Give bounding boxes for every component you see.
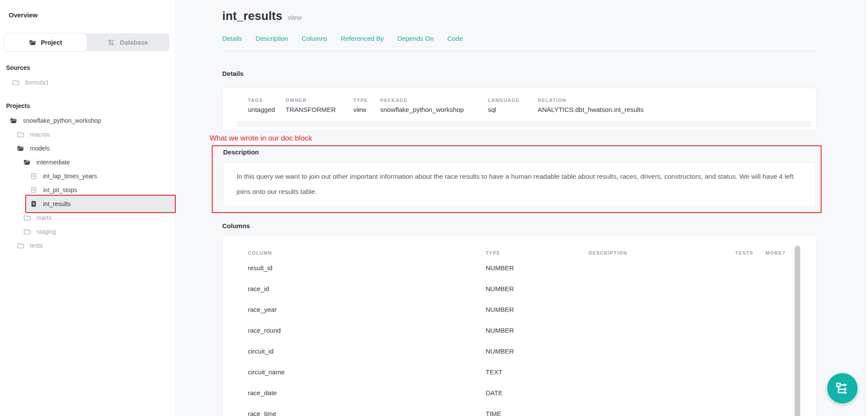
details-collapsed-row[interactable] [237,121,811,127]
table-scrollbar-thumb[interactable] [795,246,800,416]
columns-section-heading: Columns [222,222,817,229]
detail-field-relation: RELATION ANALYTICS.dbt_hwatson.int_resul… [538,98,644,113]
tree-item-label: snowflake_python_workshop [23,117,101,124]
folder-closed-icon [17,242,24,249]
file-filled-icon [30,200,37,207]
tree-item-label: staging [36,228,56,235]
tab-description[interactable]: Description [256,35,288,42]
toggle-database-tab[interactable]: Database [87,33,169,51]
tab-referenced-by[interactable]: Referenced By [341,35,384,42]
folder-closed-icon [23,228,31,235]
tree-item-label: macros [30,131,50,138]
view-mode-toggle: Project Database [4,33,169,51]
folder-closed-icon [23,214,31,221]
tree-item-label: models [30,145,49,152]
tree-item-label: int_lap_times_years [43,173,97,180]
tree-item-label: int_results [43,200,71,207]
table-row-race-date[interactable]: race_date DATE [237,382,801,403]
col-header-description: DESCRIPTION [589,250,735,255]
tab-columns[interactable]: Columns [302,35,327,42]
sources-heading: Sources [0,64,175,71]
detail-field-owner: OWNER TRANSFORMER [286,98,353,113]
detail-field-tags: TAGS untagged [237,98,286,113]
projects-heading: Projects [0,102,175,109]
tree-item-int-lap-times-years[interactable]: int_lap_times_years [0,169,175,183]
tree-item-models[interactable]: models [0,141,175,155]
toggle-project-label: Project [41,39,62,46]
folder-open-icon [10,117,17,124]
table-row-circuit-name[interactable]: circuit_name TEXT [237,361,801,382]
sidebar: Overview Project Database Sources [0,0,175,416]
tree-item-intermediate[interactable]: intermediate [0,155,175,169]
lineage-graph-fab-button[interactable] [827,373,858,403]
file-icon [30,187,37,193]
folder-open-icon [23,159,31,166]
description-body: In this query we want to join out other … [237,169,802,199]
detail-field-package: PACKAGE snowflake_python_workshop [380,98,488,113]
toggle-database-label: Database [120,39,148,46]
details-card: TAGS untagged OWNER TRANSFORMER TYPE vie… [222,88,817,131]
folder-closed-icon [12,79,20,86]
page-scrollbar[interactable] [865,0,868,416]
overview-link[interactable]: Overview [0,11,175,19]
lineage-icon [108,39,115,46]
tree-item-label: intermediate [36,159,70,166]
tree-item-label: tests [30,242,43,249]
tree-item-label: marts [36,214,52,221]
table-row-race-id[interactable]: race_id NUMBER [237,278,801,299]
tree-item-label: formula1 [25,79,49,86]
col-header-tests: TESTS [735,250,766,255]
tree-item-snowflake-python-workshop[interactable]: snowflake_python_workshop [0,114,175,128]
folder-closed-icon [17,131,24,138]
table-row-race-round[interactable]: race_round NUMBER [237,320,801,341]
col-header-type: TYPE [486,250,589,255]
tab-code[interactable]: Code [447,35,463,42]
description-section-heading: Description [223,148,821,156]
table-row-result-id[interactable]: result_id NUMBER [237,257,801,278]
tab-details[interactable]: Details [222,35,242,42]
details-section-heading: Details [222,70,817,77]
resource-type-badge: view [288,14,302,22]
file-icon [30,173,37,180]
table-row-circuit-id[interactable]: circuit_id NUMBER [237,341,801,361]
header-divider [222,51,817,52]
columns-card: COLUMN TYPE DESCRIPTION TESTS MORE? resu… [222,235,817,416]
tree-item-macros[interactable]: macros [0,128,175,141]
table-row-race-time[interactable]: race_time TIME [237,403,801,416]
page-title: int_results [222,10,283,23]
table-row-race-year[interactable]: race_year NUMBER [237,299,801,320]
folder-open-icon [29,39,36,46]
detail-field-type: TYPE view [353,98,380,113]
columns-table-header: COLUMN TYPE DESCRIPTION TESTS MORE? [237,250,801,255]
tree-item-formula1[interactable]: formula1 [0,75,175,89]
page-header: int_results view [222,10,817,23]
detail-field-language: LANGUAGE sql [488,98,538,113]
lineage-graph-icon [835,381,849,395]
section-tabs: Details Description Columns Referenced B… [222,35,817,42]
red-annotation-box: Description In this query we want to joi… [212,145,822,213]
tree-item-label: int_pit_stops [43,187,77,193]
sources-tree: formula1 [0,75,175,89]
col-header-column: COLUMN [248,250,486,255]
projects-tree: snowflake_python_workshop macros models … [0,114,175,252]
tree-item-int-results-selected[interactable]: int_results [0,197,175,211]
tab-depends-on[interactable]: Depends On [397,35,434,42]
main-panel: int_results view Details Description Col… [175,0,868,416]
table-scrollbar-track[interactable] [795,244,800,416]
tree-item-staging[interactable]: staging [0,225,175,239]
app-window: Overview Project Database Sources [0,0,868,416]
red-annotation-text: What we wrote in our doc block [210,134,817,143]
description-card: In this query we want to join out other … [223,162,816,206]
tree-item-tests[interactable]: tests [0,239,175,252]
folder-open-icon [17,145,24,152]
toggle-project-tab[interactable]: Project [4,33,87,51]
